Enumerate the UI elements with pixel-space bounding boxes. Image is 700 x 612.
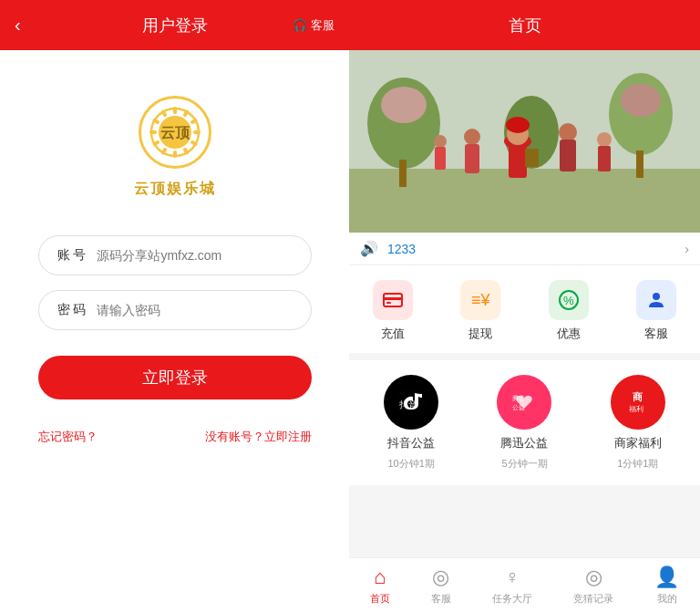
action-service[interactable]: 客服 [636,280,676,342]
nav-mine-label: 我的 [657,592,677,606]
service-icon-right [636,280,676,320]
svg-point-35 [597,132,612,147]
nav-history[interactable]: ◎ 竞猜记录 [573,565,613,606]
svg-rect-21 [636,150,643,178]
banner-area [349,50,700,233]
action-discount[interactable]: % 优惠 [549,280,589,342]
svg-point-27 [506,117,530,133]
logo-svg: 云顶 [148,105,202,160]
svg-rect-34 [435,147,446,170]
back-button[interactable]: ‹ [15,15,21,36]
brand-name: 云顶娱乐城 [134,180,216,199]
logo-area: 云顶 云顶娱乐城 [134,96,216,199]
logo-circle: 云顶 [139,96,211,169]
svg-rect-38 [384,297,402,300]
svg-text:福利: 福利 [629,405,643,413]
game-douyin[interactable]: 抖音 抖音公益 10分钟1期 [364,375,458,471]
left-header: ‹ 用户登录 🎧 客服 [0,0,349,50]
ticker-bar: 🔊 1233 › [349,233,700,265]
left-header-title: 用户登录 [142,15,208,36]
recharge-icon [373,280,413,320]
svg-rect-28 [525,149,539,167]
game-merchant[interactable]: 商 福利 商家福利 1分钟1期 [591,375,685,471]
svg-text:≡¥: ≡¥ [471,291,491,309]
nav-tasks-icon: ♀ [505,565,520,589]
banner-scene [349,50,700,233]
svg-rect-25 [509,141,527,178]
ticker-arrow-icon: › [685,242,689,256]
forgot-password-link[interactable]: 忘记密码？ [38,429,98,445]
discount-icon: % [549,280,589,320]
svg-rect-36 [598,146,611,171]
right-panel: 首页 [349,0,700,612]
svg-point-33 [434,135,447,148]
withdraw-icon: ≡¥ [460,280,500,320]
nav-service[interactable]: ◎ 客服 [431,565,451,606]
right-header: 首页 [349,0,700,50]
game-tencent[interactable]: 腾音 公益 腾迅公益 5分钟一期 [477,375,571,471]
service-label-right: 客服 [644,326,668,342]
merchant-name: 商家福利 [614,435,662,451]
nav-service-label: 客服 [431,592,451,606]
svg-rect-6 [193,130,201,134]
merchant-period: 1分钟1期 [617,457,658,471]
service-label: 客服 [311,17,335,34]
quick-actions: 充值 ≡¥ 提现 % 优惠 [349,265,700,353]
login-form: 账 号 密 码 立即登录 忘记密码？ 没有账号？立即注册 [38,235,312,445]
douyin-period: 10分钟1期 [387,457,434,471]
recharge-label: 充值 [381,326,405,342]
account-input[interactable] [97,248,292,263]
action-withdraw[interactable]: ≡¥ 提现 [460,280,500,342]
svg-rect-20 [399,160,407,187]
account-label: 账 号 [57,247,87,264]
douyin-name: 抖音公益 [387,435,435,451]
svg-point-43 [653,293,660,300]
tencent-period: 5分钟一期 [501,457,547,471]
password-label: 密 码 [57,302,87,318]
nav-mine[interactable]: 👤 我的 [654,565,679,606]
speaker-icon: 🔊 [360,240,378,257]
nav-tasks-label: 任务大厅 [492,592,532,606]
register-link[interactable]: 没有账号？立即注册 [205,429,312,445]
merchant-icon: 商 福利 [622,386,654,419]
svg-text:商: 商 [633,391,643,402]
headset-icon: 🎧 [293,18,307,32]
tencent-name: 腾迅公益 [500,435,548,451]
password-row: 密 码 [38,290,312,330]
discount-label: 优惠 [557,326,581,342]
home-icon: ⌂ [374,565,386,589]
nav-home-label: 首页 [370,592,390,606]
svg-rect-32 [465,144,479,173]
tencent-icon: 腾音 公益 [508,386,540,419]
svg-point-23 [621,84,661,117]
games-section: 抖音 抖音公益 10分钟1期 腾音 公益 腾迅公益 5分钟一期 [349,360,700,485]
nav-home[interactable]: ⌂ 首页 [370,565,390,606]
svg-point-22 [381,87,427,123]
svg-point-31 [464,129,480,145]
nav-service-icon: ◎ [432,565,449,589]
svg-rect-9 [173,150,177,158]
svg-rect-30 [560,140,576,171]
svg-point-29 [559,123,577,141]
password-input[interactable] [97,303,292,317]
merchant-logo: 商 福利 [611,375,665,430]
action-recharge[interactable]: 充值 [373,280,413,342]
douyin-icon: 抖音 [395,386,427,419]
svg-rect-12 [149,130,157,134]
nav-history-icon: ◎ [585,565,602,589]
nav-mine-icon: 👤 [654,565,679,589]
svg-text:云顶: 云顶 [160,125,190,140]
account-row: 账 号 [38,235,312,275]
svg-rect-39 [386,302,391,304]
svg-rect-3 [173,107,177,114]
withdraw-label: 提现 [468,326,492,342]
login-button[interactable]: 立即登录 [38,356,312,399]
svg-text:%: % [563,294,574,307]
nav-tasks[interactable]: ♀ 任务大厅 [492,565,532,606]
nav-history-label: 竞猜记录 [573,592,613,606]
left-panel: ‹ 用户登录 🎧 客服 云顶 [0,0,349,612]
service-button[interactable]: 🎧 客服 [293,17,335,34]
tencent-logo: 腾音 公益 [497,375,551,430]
ticker-number: 1233 [387,242,675,256]
right-header-title: 首页 [509,15,541,36]
